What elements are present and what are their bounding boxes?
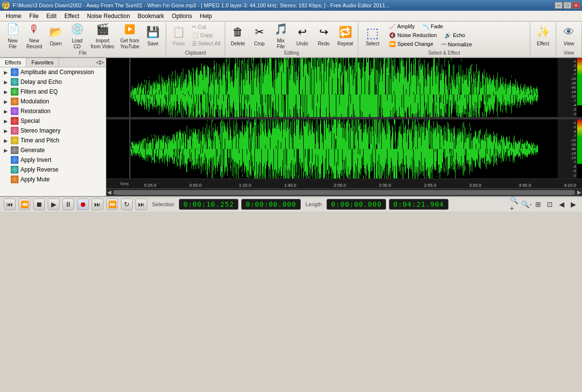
undo-button[interactable]: ↩ Undo <box>291 20 313 51</box>
db-label: -90 <box>559 85 576 90</box>
zoom-out-button[interactable]: 🔍- <box>522 199 531 209</box>
minimize-button[interactable]: ─ <box>555 2 563 9</box>
get-youtube-button[interactable]: ▶️ Get fromYouTube <box>117 20 142 51</box>
select-icon: ⬚ <box>366 25 379 41</box>
menu-home[interactable]: Home <box>2 12 25 20</box>
menu-file[interactable]: File <box>25 12 42 20</box>
sidebar-item-apply-reverse[interactable]: Apply Reverse <box>0 165 106 175</box>
view-button[interactable]: 👁 View <box>558 20 580 51</box>
db-label: -7 <box>559 160 576 164</box>
new-file-icon: 📄 <box>5 21 20 37</box>
crop-label: Crop <box>254 41 265 47</box>
scrollbar-thumb[interactable] <box>113 190 575 195</box>
close-button[interactable]: ✕ <box>572 2 580 9</box>
sidebar-item-restoration[interactable]: ▶ Restoration <box>0 106 106 116</box>
waveform-canvas-area[interactable] <box>106 58 558 178</box>
menu-effect[interactable]: Effect <box>60 12 83 20</box>
apply-reverse-label: Apply Reverse <box>20 166 58 173</box>
transport-skip-start[interactable]: ⏮ <box>4 198 16 210</box>
expand-icon: ▶ <box>4 99 9 104</box>
save-button[interactable]: 💾 Save <box>142 20 164 51</box>
zoom-sel-button[interactable]: ⊡ <box>545 199 555 209</box>
zoom-fit-button[interactable]: ⊞ <box>533 199 543 209</box>
transport-loop[interactable]: ↻ <box>121 198 133 210</box>
sidebar-tab-favorites[interactable]: Favorites <box>26 58 58 67</box>
mix-file-button[interactable]: 🎵 MixFile <box>270 20 291 51</box>
sidebar-item-time[interactable]: ▶ Time and Pitch <box>0 136 106 145</box>
crop-button[interactable]: ✂ Crop <box>249 20 270 51</box>
select-all-button[interactable]: ☰ Select All <box>190 40 223 47</box>
delete-label: Delete <box>231 41 245 47</box>
maximize-button[interactable]: □ <box>563 2 571 9</box>
sidebar-item-apply-invert[interactable]: Apply Invert <box>0 155 106 165</box>
db-label: -7 <box>559 134 576 138</box>
transport-next[interactable]: ⏭ <box>136 198 147 210</box>
repeat-button[interactable]: 🔁 Repeat <box>334 20 356 51</box>
open-icon: 📂 <box>48 24 63 40</box>
echo-button[interactable]: 🔊 Echo <box>442 32 467 39</box>
zoom-in-button[interactable]: 🔍+ <box>510 199 520 209</box>
scroll-left-zoom[interactable]: ◀ <box>557 199 566 209</box>
load-cd-label: LoadCD <box>72 38 82 50</box>
delete-button[interactable]: 🗑 Delete <box>227 20 249 51</box>
db-label: -2 <box>559 63 576 68</box>
transport-play[interactable]: ▶ <box>48 198 59 210</box>
select-button[interactable]: ⬚ Select <box>360 20 385 51</box>
normalize-button[interactable]: 〰 Normalize <box>439 40 475 48</box>
scroll-right-button[interactable]: ▶ <box>576 189 582 196</box>
scrollbar-track[interactable] <box>113 190 575 195</box>
new-record-button[interactable]: 🎙 NewRecord <box>23 20 45 51</box>
db-label: -7 <box>559 98 576 103</box>
transport-fast-forward[interactable]: ⏩ <box>106 198 118 210</box>
sidebar-item-apply-mute[interactable]: Apply Mute <box>0 175 106 184</box>
import-icon: 🎬 <box>95 21 110 37</box>
sidebar-item-filters[interactable]: ▶ Filters and EQ <box>0 87 106 97</box>
sidebar-item-generate[interactable]: ▶ Generate <box>0 145 106 155</box>
channel-top[interactable] <box>106 58 558 117</box>
load-cd-button[interactable]: 💿 LoadCD <box>66 20 88 51</box>
amplify-button[interactable]: 📈 Amplify <box>387 23 417 30</box>
copy-button[interactable]: 📋 Copy <box>190 32 215 39</box>
expand-icon: ▶ <box>4 148 9 153</box>
fade-button[interactable]: 📉 Fade <box>420 23 446 30</box>
redo-button[interactable]: ↪ Redo <box>313 20 334 51</box>
sidebar-nav-button[interactable]: ◁▷ <box>94 58 106 67</box>
menu-noise-reduction[interactable]: Noise Reduction <box>83 12 134 20</box>
new-file-button[interactable]: 📄 NewFile <box>2 20 23 51</box>
amplitude-label: Amplitude and Compression <box>20 69 94 76</box>
db-label: -7 <box>559 72 576 77</box>
transport-pause[interactable]: ⏸ <box>62 198 74 210</box>
paste-icon: 📋 <box>171 24 187 40</box>
noise-reduction-button[interactable]: 🔇 Noise Reduction <box>387 32 439 39</box>
menu-help[interactable]: Help <box>196 12 216 20</box>
effect-button[interactable]: ✨ Effect <box>532 20 554 51</box>
sidebar-item-delay[interactable]: ▶ Delay and Echo <box>0 77 106 87</box>
menu-options[interactable]: Options <box>168 12 196 20</box>
transport-record[interactable]: ⏺ <box>77 198 89 210</box>
effect-group-label <box>530 56 556 56</box>
menu-edit[interactable]: Edit <box>42 12 60 20</box>
transport-stop[interactable]: ⏹ <box>33 198 45 210</box>
sidebar-item-special[interactable]: ▶ Special <box>0 116 106 126</box>
channel-bottom[interactable] <box>106 119 558 178</box>
transport-skip-end[interactable]: ⏭ <box>92 198 103 210</box>
sidebar-item-amplitude[interactable]: ▶ Amplitude and Compression <box>0 67 106 77</box>
scroll-left-button[interactable]: ◀ <box>106 189 112 196</box>
import-button[interactable]: 🎬 Importfrom Video <box>88 20 117 51</box>
speed-change-button[interactable]: ⏩ Speed Change <box>387 40 435 48</box>
open-button[interactable]: 📂 Open <box>45 20 66 51</box>
timeline: hms 0:25.0 0:50.0 1:15.0 1:40.0 2:05.0 2… <box>106 178 582 188</box>
undo-label: Undo <box>296 41 308 47</box>
menu-bookmark[interactable]: Bookmark <box>134 12 168 20</box>
window-controls: ─ □ ✕ <box>555 2 580 9</box>
scroll-right-zoom[interactable]: ▶ <box>568 199 578 209</box>
transport-rewind[interactable]: ⏪ <box>19 198 30 210</box>
db-label: -16 <box>559 142 576 147</box>
sidebar-tab-effects[interactable]: Effects <box>0 58 26 67</box>
sidebar-item-stereo[interactable]: ▶ Stereo Imagery <box>0 126 106 136</box>
cut-button[interactable]: ✂ Cut <box>190 23 209 31</box>
sidebar-item-modulation[interactable]: ▶ Modulation <box>0 97 106 106</box>
db-label: -4 <box>559 164 576 169</box>
paste-button[interactable]: 📋 Paste <box>168 20 190 51</box>
db-label: -10 <box>559 156 576 160</box>
